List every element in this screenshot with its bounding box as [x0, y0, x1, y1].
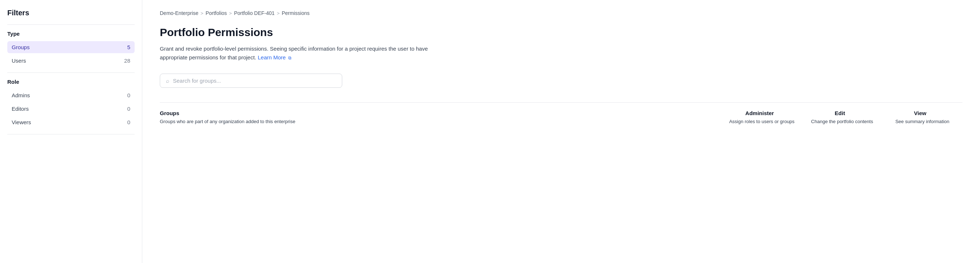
sidebar-divider-bottom — [7, 134, 135, 135]
filter-item-groups-count: 5 — [127, 44, 130, 50]
col-header-administer: Administer Assign roles to users or grou… — [722, 110, 802, 125]
filter-item-admins-label: Admins — [12, 92, 30, 98]
filter-item-users[interactable]: Users 28 — [7, 55, 135, 67]
col-header-edit: Edit Change the portfolio contents — [802, 110, 882, 125]
filter-item-groups[interactable]: Groups 5 — [7, 41, 135, 53]
learn-more-label: Learn More — [258, 54, 286, 60]
type-section-label: Type — [7, 31, 135, 37]
filter-item-viewers[interactable]: Viewers 0 — [7, 116, 135, 128]
page-description: Grant and revoke portfolio-level permiss… — [160, 44, 430, 62]
description-text: Grant and revoke portfolio-level permiss… — [160, 46, 428, 60]
sidebar-divider-middle — [7, 73, 135, 73]
col-header-administer-label: Administer — [722, 110, 802, 116]
breadcrumb-sep-1: > — [200, 11, 204, 16]
breadcrumb-portfolios[interactable]: Portfolios — [205, 10, 227, 16]
filter-item-admins[interactable]: Admins 0 — [7, 89, 135, 101]
col-subheader-groups: Groups who are part of any organization … — [160, 118, 722, 125]
external-link-icon: ⧉ — [288, 55, 291, 62]
breadcrumb-portfolio-def401[interactable]: Portfolio DEF-401 — [234, 10, 274, 16]
filter-item-editors-count: 0 — [127, 106, 130, 112]
sidebar: Filters Type Groups 5 Users 28 Role Admi… — [0, 0, 142, 263]
breadcrumb-demo-enterprise[interactable]: Demo-Enterprise — [160, 10, 199, 16]
search-wrapper[interactable]: ⌕ — [160, 74, 342, 88]
col-header-view: View See summary information — [882, 110, 963, 125]
col-header-groups-label: Groups — [160, 110, 722, 116]
filter-item-users-count: 28 — [124, 57, 130, 64]
col-subheader-view: See summary information — [882, 118, 963, 125]
search-icon: ⌕ — [166, 78, 169, 84]
col-subheader-administer: Assign roles to users or groups — [722, 118, 802, 125]
filter-item-viewers-label: Viewers — [12, 119, 31, 125]
sidebar-divider-top — [7, 24, 135, 25]
sidebar-title: Filters — [7, 9, 135, 17]
col-header-edit-label: Edit — [802, 110, 882, 116]
filter-item-users-label: Users — [12, 57, 26, 64]
search-input[interactable] — [173, 78, 336, 84]
role-section-label: Role — [7, 79, 135, 85]
col-subheader-edit: Change the portfolio contents — [802, 118, 882, 125]
role-filter-section: Role Admins 0 Editors 0 Viewers 0 — [7, 79, 135, 128]
breadcrumb: Demo-Enterprise > Portfolios > Portfolio… — [160, 10, 963, 16]
main-content: Demo-Enterprise > Portfolios > Portfolio… — [142, 0, 980, 263]
col-header-groups: Groups Groups who are part of any organi… — [160, 110, 722, 125]
filter-item-admins-count: 0 — [127, 92, 130, 98]
filter-item-editors-label: Editors — [12, 106, 29, 112]
breadcrumb-sep-3: > — [277, 11, 280, 16]
learn-more-link[interactable]: Learn More ⧉ — [258, 54, 291, 60]
type-filter-section: Type Groups 5 Users 28 — [7, 31, 135, 67]
filter-item-viewers-count: 0 — [127, 119, 130, 125]
page-title: Portfolio Permissions — [160, 26, 963, 39]
breadcrumb-permissions: Permissions — [282, 10, 309, 16]
table-header: Groups Groups who are part of any organi… — [160, 102, 963, 125]
filter-item-groups-label: Groups — [12, 44, 30, 50]
breadcrumb-sep-2: > — [229, 11, 232, 16]
col-header-view-label: View — [882, 110, 963, 116]
filter-item-editors[interactable]: Editors 0 — [7, 103, 135, 115]
